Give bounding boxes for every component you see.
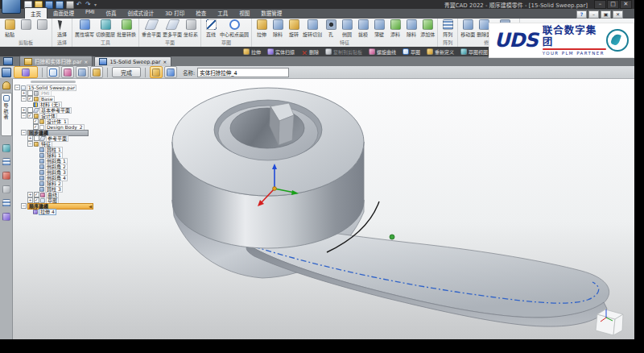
tree-item-label[interactable]: 顺序建模◀ xyxy=(27,203,93,210)
section-step-button[interactable] xyxy=(76,66,89,78)
panel-grip[interactable] xyxy=(31,81,76,83)
layers-icon[interactable] xyxy=(2,158,10,166)
library-icon[interactable] xyxy=(2,185,10,193)
ribbon-tab-9[interactable]: 视图 xyxy=(233,7,255,19)
quick-command-重新定义[interactable]: 重新定义 xyxy=(425,48,456,56)
tree-checkbox[interactable] xyxy=(27,113,33,118)
quick-command-删除[interactable]: ✕删除 xyxy=(299,48,320,56)
tree-row-除料 1[interactable]: 除料 1 xyxy=(14,152,127,158)
ribbon-button-中心和点画圆[interactable]: 中心和点画圆 xyxy=(220,19,249,38)
tree-expander-icon[interactable]: − xyxy=(21,130,27,135)
tree-expander-icon[interactable]: − xyxy=(27,141,33,147)
ribbon-button-批量转换[interactable]: 批量转换 xyxy=(117,19,136,38)
app-icon[interactable] xyxy=(2,0,21,14)
finish-button[interactable]: 完成 xyxy=(112,67,141,77)
doc-close-icon[interactable]: ✕ xyxy=(613,10,623,19)
tree-row-特征[interactable]: −特征 xyxy=(14,141,127,147)
minimize-icon[interactable]: – xyxy=(594,0,606,9)
tree-row-倒斜角 4[interactable]: 倒斜角 4 xyxy=(14,175,127,181)
ribbon-tab-7[interactable]: 检查 xyxy=(190,7,212,19)
maximize-icon[interactable]: □ xyxy=(607,0,619,9)
tree-checkbox[interactable] xyxy=(27,96,33,102)
sketch-step-button[interactable] xyxy=(47,66,60,78)
tree-row-除料 2[interactable]: 除料 2 xyxy=(14,181,127,186)
tree-row-基本参考平面[interactable]: +基本参考平面 xyxy=(14,107,127,113)
close-icon[interactable]: ✕ xyxy=(620,0,632,9)
ribbon-button-更多平面[interactable]: 更多平面 xyxy=(163,19,182,38)
ribbon-button-旋转[interactable]: 旋转 xyxy=(287,19,301,38)
tree-row-倒斜角 3[interactable]: 倒斜角 3 xyxy=(14,169,127,175)
ribbon-button-cut[interactable] xyxy=(35,19,49,31)
ribbon-tab-2[interactable]: 曲面处理 xyxy=(47,7,80,19)
tree-row-曲线[interactable]: +曲线 xyxy=(14,192,127,197)
tree-row-顺序建模[interactable]: −顺序建模◀ xyxy=(14,203,127,209)
ribbon-button-除料[interactable]: 除料 xyxy=(404,19,419,38)
tree-expander-icon[interactable]: − xyxy=(21,96,27,102)
start-page-icon[interactable] xyxy=(3,57,13,65)
ribbon-button-拔模[interactable]: 拔模 xyxy=(356,19,370,38)
ribbon-button-拉伸[interactable]: 拉伸 xyxy=(254,19,269,38)
ribbon-button-倒圆[interactable]: 倒圆 xyxy=(340,19,354,38)
ribbon-button-属性填写[interactable]: 属性填写 xyxy=(75,19,94,38)
tree-checkbox[interactable] xyxy=(33,124,39,130)
tree-checkbox[interactable] xyxy=(33,118,39,124)
tree-checkbox[interactable] xyxy=(34,197,39,203)
sensors-icon[interactable] xyxy=(2,144,10,152)
quick-command-螺旋曲线[interactable]: 螺旋曲线 xyxy=(367,48,398,56)
document-tab-2[interactable]: 15-Solid Sweep.par× xyxy=(94,56,171,66)
tree-expander-icon[interactable]: + xyxy=(21,107,27,113)
tree-expander-icon[interactable]: + xyxy=(27,135,33,141)
document-tab-1[interactable]: 扫掠和实体扫掠.par× xyxy=(19,56,93,66)
tree-row-设计体[interactable]: −设计体 xyxy=(14,113,127,118)
tree-row-拉伸 4[interactable]: 拉伸 4 xyxy=(14,209,127,214)
tree-row-圆柱 1[interactable]: 圆柱 1 xyxy=(14,147,127,152)
view-cube[interactable] xyxy=(596,309,623,335)
quick-command-拉伸[interactable]: 拉伸 xyxy=(242,48,262,56)
tree-expander-icon[interactable]: − xyxy=(21,203,27,209)
tree-row-PMI[interactable]: +PMI xyxy=(14,90,127,96)
ribbon-button-copy[interactable] xyxy=(19,19,33,31)
tree-item-label[interactable]: 15-Solid Sweep.par xyxy=(27,85,76,91)
ribbon-button-切换图层[interactable]: 切换图层 xyxy=(96,19,115,38)
solid-sweep-command-button[interactable] xyxy=(14,66,38,78)
ribbon-button-添料[interactable]: 添料 xyxy=(388,19,402,38)
ribbon-button-薄壁[interactable]: 薄壁 xyxy=(372,19,386,38)
pin-icon[interactable] xyxy=(2,81,10,89)
grid-icon[interactable] xyxy=(2,199,10,207)
quick-command-实体扫掠[interactable]: 实体扫掠 xyxy=(266,48,296,56)
tree-row-参考平面[interactable]: +参考平面 xyxy=(14,135,127,141)
tree-checkbox[interactable] xyxy=(34,192,39,197)
tree-checkbox[interactable] xyxy=(27,90,33,96)
ribbon-button-粘贴[interactable]: 粘贴 xyxy=(2,19,17,38)
ribbon-button-重合平面[interactable]: 重合平面 xyxy=(142,19,161,38)
green-edit-point[interactable] xyxy=(390,235,394,239)
doc-restore-icon[interactable]: ▣ xyxy=(601,10,611,19)
path-step-button[interactable] xyxy=(61,66,74,78)
tree-row-同步建模[interactable]: −同步建模 xyxy=(14,130,127,135)
ribbon-button-阵列[interactable]: 阵列 xyxy=(440,19,455,38)
ribbon-button-旋转切割[interactable]: 旋转切割 xyxy=(303,19,322,38)
tree-expander-icon[interactable]: − xyxy=(14,85,20,90)
ribbon-tab-8[interactable]: 工具 xyxy=(212,7,233,19)
palette-icon[interactable] xyxy=(2,172,10,180)
tree-row-倒斜角 1[interactable]: 倒斜角 1 xyxy=(14,158,127,164)
ribbon-tab-5[interactable]: 创成式设计 xyxy=(122,7,159,19)
tab-close-icon[interactable]: × xyxy=(84,59,88,64)
tree-expander-icon[interactable]: − xyxy=(21,113,27,118)
tree-item-label[interactable]: 拉伸 4 xyxy=(39,209,56,215)
ribbon-tab-10[interactable]: 数据管理 xyxy=(255,7,287,19)
quick-command-草图[interactable]: 草图 xyxy=(401,48,422,56)
quick-command-复制到剪贴板[interactable]: 复制到剪贴板 xyxy=(324,48,364,56)
ribbon-button-选择[interactable]: 选择 xyxy=(55,19,69,38)
tree-row-圆柱 3[interactable]: 圆柱 3 xyxy=(14,186,127,192)
ribbon-button-直线[interactable]: 直线 xyxy=(204,19,218,38)
ribbon-tab-6[interactable]: 3D 打印 xyxy=(159,7,190,19)
ribbon-button-孔[interactable]: 孔 xyxy=(324,19,338,38)
pathfinder-tab[interactable]: 导航者 xyxy=(1,93,12,136)
help-icon[interactable]: ? xyxy=(576,10,587,19)
ribbon-button-除料[interactable]: 除料 xyxy=(270,19,285,38)
ribbon-tab-1[interactable]: 主页 xyxy=(24,7,47,19)
doc-minimize-icon[interactable]: – xyxy=(588,10,599,19)
feature-name-input[interactable] xyxy=(197,68,289,77)
quick-command-草图视图[interactable]: 草图视图 xyxy=(459,48,489,56)
